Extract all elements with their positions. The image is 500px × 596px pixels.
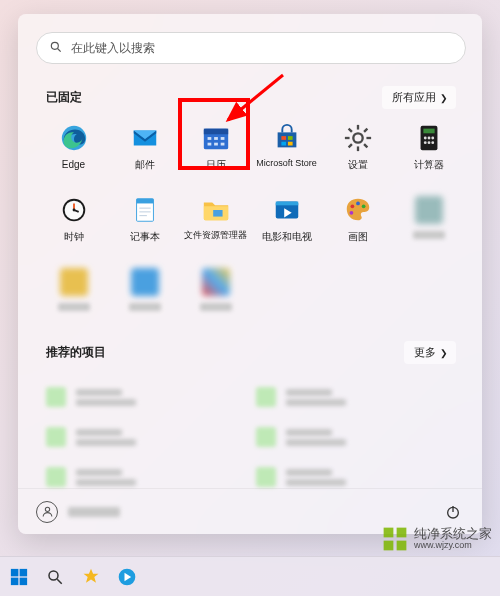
search-placeholder: 在此键入以搜索 [71, 40, 155, 57]
recommended-title: 推荐的项目 [46, 344, 106, 361]
settings-icon [343, 123, 373, 153]
svg-line-23 [364, 129, 367, 132]
svg-rect-25 [423, 129, 434, 134]
start-button[interactable] [6, 564, 32, 590]
store-icon [272, 123, 302, 153]
svg-point-27 [427, 137, 430, 140]
svg-rect-60 [20, 577, 28, 585]
app-blurred-1[interactable] [393, 195, 464, 253]
app-mail[interactable]: 邮件 [109, 123, 180, 181]
svg-rect-44 [275, 202, 298, 206]
svg-rect-13 [281, 142, 286, 146]
svg-rect-38 [136, 199, 153, 204]
app-label: 计算器 [414, 159, 444, 170]
app-label: 邮件 [135, 159, 155, 170]
recommended-header: 推荐的项目 更多 ❯ [46, 341, 456, 364]
pinned-header: 已固定 所有应用 ❯ [46, 86, 456, 109]
svg-rect-59 [11, 577, 19, 585]
svg-rect-12 [287, 136, 292, 140]
svg-point-46 [356, 202, 360, 206]
taskbar-search-button[interactable] [42, 564, 68, 590]
svg-rect-54 [397, 528, 407, 538]
watermark-logo-icon [382, 526, 408, 552]
svg-rect-5 [207, 137, 211, 140]
app-calendar[interactable]: 日历 [180, 123, 251, 181]
svg-point-47 [361, 204, 365, 208]
search-box[interactable]: 在此键入以搜索 [36, 32, 466, 64]
app-label: 画图 [348, 231, 368, 242]
svg-rect-56 [397, 541, 407, 551]
username-blurred [68, 507, 120, 517]
taskbar-app-2[interactable] [114, 564, 140, 590]
paint-icon [343, 195, 373, 225]
folder-icon [201, 195, 231, 225]
recommended-item[interactable] [256, 422, 456, 452]
app-blurred-4[interactable] [180, 267, 251, 325]
svg-line-20 [348, 129, 351, 132]
app-movies[interactable]: 电影和电视 [251, 195, 322, 253]
watermark: 纯净系统之家 www.wjzy.com [382, 526, 492, 552]
svg-point-49 [45, 507, 49, 511]
clock-icon [59, 195, 89, 225]
app-label: 日历 [206, 159, 226, 170]
app-label: 文件资源管理器 [184, 231, 247, 241]
svg-point-48 [349, 211, 353, 215]
svg-point-30 [427, 141, 430, 144]
pinned-title: 已固定 [46, 89, 82, 106]
app-clock[interactable]: 时钟 [38, 195, 109, 253]
all-apps-button[interactable]: 所有应用 ❯ [382, 86, 456, 109]
notepad-icon [130, 195, 160, 225]
calculator-icon [414, 123, 444, 153]
taskbar-app-1[interactable] [78, 564, 104, 590]
movies-icon [272, 195, 302, 225]
svg-rect-58 [20, 568, 28, 576]
mail-icon [130, 123, 160, 153]
avatar-icon [36, 501, 58, 523]
svg-rect-9 [214, 143, 218, 146]
app-blurred-2[interactable] [38, 267, 109, 325]
app-edge[interactable]: Edge [38, 123, 109, 181]
app-explorer[interactable]: 文件资源管理器 [180, 195, 251, 253]
app-notepad[interactable]: 记事本 [109, 195, 180, 253]
app-label: 设置 [348, 159, 368, 170]
svg-point-29 [423, 141, 426, 144]
svg-point-15 [353, 133, 362, 142]
recommended-item[interactable] [46, 422, 246, 452]
svg-line-1 [58, 48, 61, 51]
chevron-right-icon: ❯ [440, 93, 448, 103]
svg-point-26 [423, 137, 426, 140]
recommended-list [36, 374, 466, 492]
blurred-label [58, 303, 90, 311]
app-calculator[interactable]: 计算器 [393, 123, 464, 181]
recommended-item[interactable] [46, 382, 246, 412]
user-account[interactable] [36, 501, 120, 523]
svg-rect-10 [220, 143, 224, 146]
svg-rect-4 [203, 129, 227, 135]
calendar-icon [201, 123, 231, 153]
app-label: 时钟 [64, 231, 84, 242]
svg-point-28 [431, 137, 434, 140]
blurred-label [413, 231, 445, 239]
app-store[interactable]: Microsoft Store [251, 123, 322, 181]
recommended-item[interactable] [256, 382, 456, 412]
svg-rect-8 [207, 143, 211, 146]
more-label: 更多 [414, 345, 436, 360]
svg-rect-57 [11, 568, 19, 576]
app-settings[interactable]: 设置 [322, 123, 393, 181]
app-label: 电影和电视 [262, 231, 312, 242]
svg-rect-14 [287, 142, 292, 146]
power-button[interactable] [442, 501, 464, 523]
app-label: 记事本 [130, 231, 160, 242]
svg-line-22 [348, 144, 351, 147]
app-blurred-3[interactable] [109, 267, 180, 325]
svg-point-0 [51, 42, 58, 49]
app-paint[interactable]: 画图 [322, 195, 393, 253]
chevron-right-icon: ❯ [440, 348, 448, 358]
more-button[interactable]: 更多 ❯ [404, 341, 456, 364]
svg-point-45 [350, 204, 354, 208]
blurred-icon [59, 267, 89, 297]
svg-rect-42 [213, 210, 222, 217]
blurred-icon [414, 195, 444, 225]
all-apps-label: 所有应用 [392, 90, 436, 105]
blurred-label [200, 303, 232, 311]
